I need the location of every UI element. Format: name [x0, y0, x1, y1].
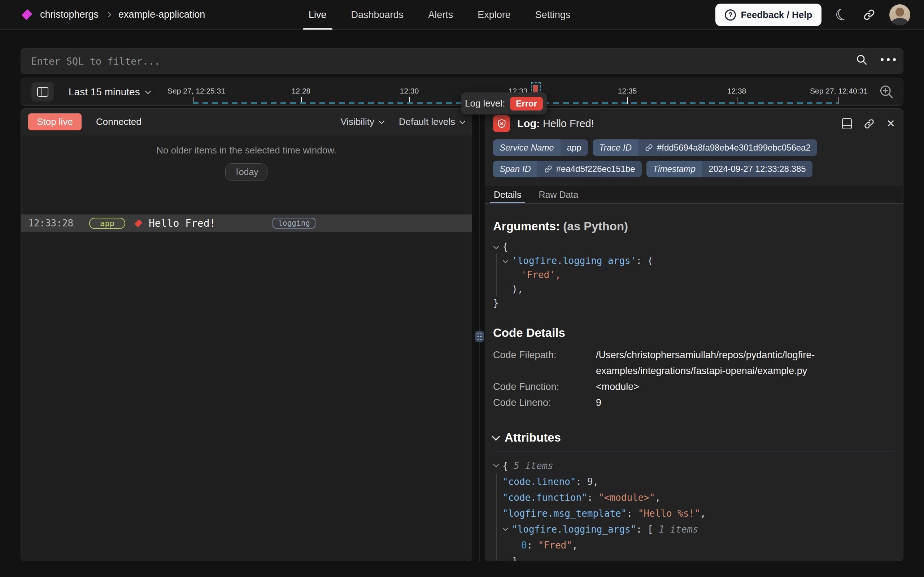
breadcrumb-project[interactable]: example-application [118, 9, 205, 20]
close-icon[interactable]: ✕ [887, 118, 895, 129]
code-details-rows: Code Filepath: /Users/christophersamiull… [493, 347, 895, 411]
more-options-icon[interactable] [881, 58, 896, 61]
feedback-help-button[interactable]: ? Feedback / Help [715, 3, 821, 26]
visibility-dropdown[interactable]: Visibility [341, 116, 383, 127]
panel-resize-handle[interactable] [475, 331, 484, 342]
detail-tabs: Details Raw Data [485, 186, 903, 204]
tab-explore[interactable]: Explore [477, 0, 511, 30]
arguments-heading: Arguments: (as Python) [493, 219, 895, 233]
badge-label: Timestamp [646, 161, 702, 177]
error-level-icon [134, 219, 142, 227]
kv-value: <module> [596, 379, 639, 395]
live-panel-header: Stop live Connected Visibility Default l… [21, 109, 472, 135]
trace-id-value: #fdd5694a8fa98eb4e301d99ebc056ea2 [657, 143, 811, 153]
feedback-help-label: Feedback / Help [741, 10, 812, 21]
tab-raw-data[interactable]: Raw Data [538, 186, 578, 203]
log-row[interactable]: 12:33:28 app Hello Fred! logging [21, 214, 472, 232]
trace-id-badge[interactable]: Trace ID #fdd5694a8fa98eb4e301d99ebc056e… [593, 139, 817, 156]
avatar-head [895, 8, 904, 17]
span-id-value: #ea4d5f226ec151be [556, 164, 635, 174]
detail-title: Log: Hello Fred! [517, 118, 594, 130]
link-icon [644, 143, 653, 152]
chevron-down-icon [378, 118, 384, 124]
empty-window-message: No older items in the selected time wind… [21, 145, 472, 156]
collapse-chevron-icon[interactable] [492, 433, 500, 441]
detail-title-kind: Log: [517, 118, 540, 129]
timeline-label-end: Sep 27, 12:40:31 [810, 87, 868, 95]
top-nav: christophergs example-application Live D… [0, 0, 924, 30]
arguments-python-tree[interactable]: {'logfire.logging_args': ('Fred',),} [493, 240, 895, 310]
metadata-badges: Service Name app Trace ID #fdd5694a8fa98… [493, 139, 818, 177]
sql-filter-input[interactable] [21, 48, 903, 74]
search-icon[interactable] [855, 53, 868, 66]
code-details-heading: Code Details [493, 326, 895, 340]
timeline-tick [838, 97, 839, 104]
timestamp-badge: Timestamp 2024-09-27 12:33:28.385 [646, 161, 813, 177]
arguments-subheading: (as Python) [563, 219, 628, 233]
badge-value: app [561, 139, 588, 156]
log-timestamp: 12:33:28 [28, 218, 73, 229]
code-filepath-row: Code Filepath: /Users/christophersamiull… [493, 347, 895, 379]
time-range-dropdown[interactable]: Last 15 minutes [69, 78, 150, 106]
visibility-label: Visibility [341, 116, 374, 127]
live-logs-panel: Stop live Connected Visibility Default l… [21, 108, 472, 561]
user-avatar[interactable] [889, 4, 910, 25]
sidebar-toggle-button[interactable] [31, 82, 54, 102]
tab-settings[interactable]: Settings [535, 0, 570, 30]
zoom-in-button[interactable] [878, 83, 895, 100]
kv-label: Code Filepath: [493, 347, 596, 379]
zoom-in-icon [879, 84, 894, 100]
filter-icons [855, 53, 896, 66]
service-tag[interactable]: app [89, 218, 125, 229]
chevron-right-icon [106, 12, 111, 18]
logfire-app: christophergs example-application Live D… [0, 0, 924, 577]
attributes-heading: Attributes [493, 431, 895, 445]
span-id-badge[interactable]: Span ID #ea4d5f226ec151be [493, 161, 642, 177]
copy-link-icon[interactable] [863, 118, 875, 130]
breadcrumb: christophergs example-application [40, 9, 205, 20]
detail-header: Log: Hello Fred! ✕ [493, 115, 895, 132]
code-lineno-row: Code Lineno: 9 [493, 395, 895, 411]
timestamp-value: 2024-09-27 12:33:28.385 [702, 161, 813, 177]
kv-label: Code Function: [493, 379, 596, 395]
connection-status: Connected [96, 116, 141, 127]
error-shield-icon [493, 115, 510, 132]
detail-actions: ✕ [842, 118, 895, 130]
kv-label: Code Lineno: [493, 395, 596, 411]
code-function-row: Code Function: <module> [493, 379, 895, 395]
chevron-down-icon [460, 118, 466, 124]
detail-title-message: Hello Fred! [543, 118, 594, 129]
tooltip-label: Log level: [465, 98, 505, 109]
badge-label: Service Name [493, 139, 561, 156]
dock-panel-icon[interactable] [842, 118, 852, 129]
timeline-label: 12:30 [400, 87, 419, 95]
attributes-json-tree[interactable]: { 5 items"code.lineno": 9,"code.function… [493, 458, 895, 561]
badge-label: Span ID [493, 161, 537, 177]
tab-alerts[interactable]: Alerts [428, 0, 453, 30]
default-levels-dropdown[interactable]: Default levels [399, 116, 464, 127]
time-range-label: Last 15 minutes [69, 86, 140, 98]
stop-live-button[interactable]: Stop live [28, 113, 82, 131]
kv-value: 9 [596, 395, 601, 411]
link-icon [544, 164, 553, 173]
share-link-icon[interactable] [863, 8, 876, 21]
tab-live[interactable]: Live [309, 0, 327, 30]
scope-tag[interactable]: logging [273, 218, 315, 229]
attributes-divider [493, 451, 895, 451]
breadcrumb-org[interactable]: christophergs [40, 9, 98, 20]
nav-tabs: Live Dashboards Alerts Explore Settings [309, 0, 570, 30]
tab-dashboards[interactable]: Dashboards [351, 0, 404, 30]
default-levels-label: Default levels [399, 116, 455, 127]
timeline-label: 12:38 [727, 87, 746, 95]
error-level-badge: Error [510, 97, 543, 111]
today-button[interactable]: Today [225, 163, 267, 181]
log-message: Hello Fred! [149, 218, 215, 229]
panel-left-icon [37, 87, 48, 97]
service-name-badge: Service Name app [493, 139, 588, 156]
avatar-body [892, 18, 908, 25]
logfire-logo-icon[interactable] [21, 9, 32, 20]
nav-right-cluster: ? Feedback / Help ☾ [715, 0, 910, 30]
kv-value: /Users/christophersamiullah/repos/pydant… [596, 347, 845, 379]
dark-mode-icon[interactable]: ☾ [833, 5, 851, 24]
tab-details[interactable]: Details [494, 186, 521, 203]
